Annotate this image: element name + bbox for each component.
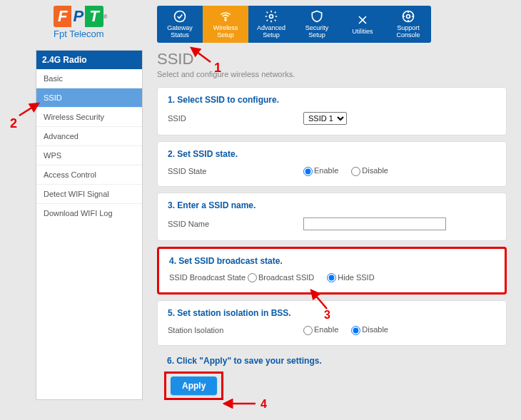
page-title: SSID [157,50,507,68]
apply-button[interactable]: Apply [171,377,217,395]
panel-select-ssid: 1. Select SSID to configure. SSID SSID 1 [157,87,507,135]
sidebar-item-wps[interactable]: WPS [36,146,142,165]
wifi-icon [218,9,233,24]
isolation-disable[interactable] [351,326,360,335]
panel-ssid-name: 3. Enter a SSID name. SSID Name [157,193,507,241]
panel-title: 6. Click "Apply" to save your settings. [167,356,507,366]
nav-support-console[interactable]: Support Console [385,6,431,43]
panel-title: 3. Enter a SSID name. [168,200,496,210]
svg-point-2 [270,15,273,19]
support-icon [401,9,415,24]
hide-ssid-radio[interactable] [327,273,336,282]
page-subtitle: Select and configure wireless networks. [157,70,507,78]
svg-point-0 [175,11,186,22]
shield-icon [310,9,324,24]
ssid-label: SSID [168,114,303,123]
broadcast-ssid-radio[interactable] [248,273,257,282]
tools-icon [355,13,370,27]
ssid-state-enable[interactable] [303,167,313,176]
nav-gateway-status[interactable]: Gateway Status [157,6,203,43]
ssid-name-input[interactable] [303,217,446,230]
sidebar-item-download-log[interactable]: Download WIFI Log [36,204,142,222]
panel-ssid-state: 2. Set SSID state. SSID State Enable Dis… [157,141,507,187]
ssid-state-disable[interactable] [351,167,360,176]
panel-station-isolation: 5. Set station isolation in BSS. Station… [157,300,507,346]
panel-title: 5. Set station isolation in BSS. [168,308,496,318]
main-content: SSID Select and configure wireless netwo… [143,50,507,400]
sidebar-item-wireless-security[interactable]: Wireless Security [36,108,142,127]
check-circle-icon [173,9,187,24]
top-nav: Gateway Status Wireless Setup Advanced S… [157,6,431,43]
sidebar-item-access-control[interactable]: Access Control [36,165,142,185]
ssid-state-label: SSID State [168,167,303,175]
nav-wireless-setup[interactable]: Wireless Setup [203,6,248,43]
isolation-label: Station Isolation [168,326,303,334]
sidebar-item-basic[interactable]: Basic [36,69,142,88]
sidebar-item-detect-wifi[interactable]: Detect WIFI Signal [36,185,142,204]
sidebar-item-ssid[interactable]: SSID [36,88,142,108]
panel-broadcast-state: 4. Set SSID broadcast state. SSID Broadc… [157,247,507,295]
nav-utilities[interactable]: Utilities [340,6,385,43]
sidebar-item-advanced[interactable]: Advanced [36,127,142,146]
gear-icon [264,9,278,24]
sidebar: 2.4G Radio Basic SSID Wireless Security … [36,50,143,400]
panel-title: 2. Set SSID state. [168,149,496,159]
isolation-enable[interactable] [303,326,313,335]
sidebar-header: 2.4G Radio [36,51,142,69]
apply-highlight: Apply [164,372,223,400]
logo: FPT® Fpt Telecom [0,6,157,40]
panel-title: 1. Select SSID to configure. [168,95,496,105]
svg-point-1 [225,19,226,21]
nav-advanced-setup[interactable]: Advanced Setup [248,6,294,43]
brand-text: Fpt Telecom [54,29,108,39]
nav-security-setup[interactable]: Security Setup [294,6,340,43]
panel-title: 4. Set SSID broadcast state. [169,256,495,266]
ssid-name-label: SSID Name [168,220,303,228]
ssid-select[interactable]: SSID 1 [303,112,347,125]
svg-point-4 [407,15,410,19]
